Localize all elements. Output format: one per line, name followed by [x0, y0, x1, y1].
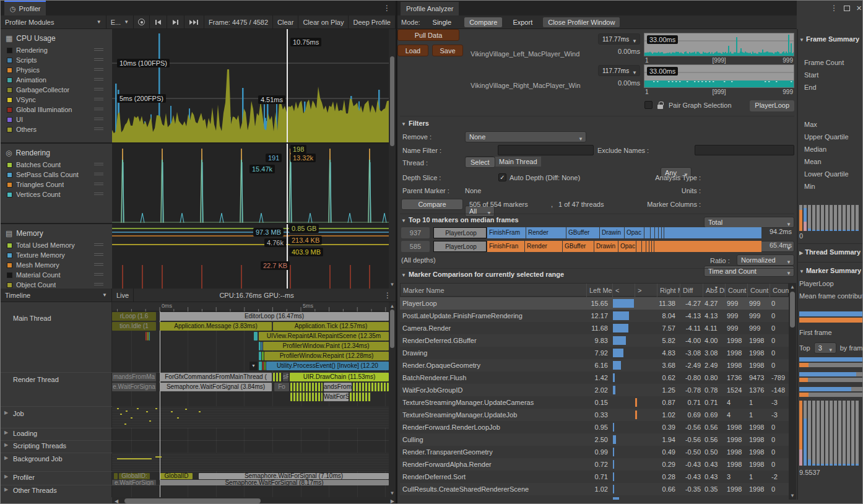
legend-item[interactable]: Total Used Memory [1, 240, 112, 250]
top10-segment[interactable]: FinishFran [487, 241, 524, 252]
thread-label-scripting-threads[interactable]: ▶Scripting Threads [1, 442, 112, 450]
ratio-dropdown[interactable]: Normalized▼ [737, 254, 794, 266]
column-header-3[interactable]: > [635, 284, 657, 297]
table-row[interactable]: RenderDeferred.Sort0.710.28-0.430.4331-2 [400, 471, 789, 483]
timeline-span[interactable]: Fo [274, 383, 289, 391]
top10-segment[interactable]: Render [526, 227, 566, 238]
top10-segment[interactable] [662, 227, 664, 238]
fold-icon[interactable]: ▶ [4, 474, 8, 479]
thread-label-profiler[interactable]: ▶Profiler [1, 474, 112, 481]
deep-profile-button[interactable]: Deep Profile [349, 15, 396, 28]
top10-segment[interactable]: Drawin [600, 227, 624, 238]
frame-time-graph[interactable]: 33.00ms [644, 64, 794, 88]
top10-fold-icon[interactable]: ▼ [401, 218, 406, 224]
top10-bar[interactable]: PlayerLoopFinishFramRenderGBufferDrawinO… [433, 227, 761, 239]
timeline-ruler[interactable]: 0ms5ms [112, 302, 389, 311]
table-row[interactable]: RenderForward.RenderLoopJob0.950.39-0.56… [400, 421, 789, 433]
drag-handle-icon[interactable] [94, 58, 103, 62]
timeline-span[interactable] [290, 393, 323, 401]
drag-handle-icon[interactable] [94, 78, 103, 82]
drag-handle-icon[interactable] [94, 263, 103, 267]
drag-handle-icon[interactable] [94, 173, 103, 176]
top10-segment[interactable] [646, 241, 649, 252]
thread-select-button[interactable]: Select [465, 157, 495, 168]
clear-button[interactable]: Clear [273, 15, 298, 28]
top10-segment[interactable]: Opac [618, 241, 636, 252]
table-row[interactable]: Culling2.501.94-0.560.56199819980 [400, 433, 789, 446]
drag-handle-icon[interactable] [94, 273, 103, 277]
module-rendering[interactable]: ◎RenderingBatches CountSetPass Calls Cou… [1, 144, 112, 223]
legend-item[interactable]: Animation [1, 75, 112, 85]
close-icon[interactable]: × [856, 5, 862, 11]
drag-handle-icon[interactable] [94, 163, 103, 167]
top10-segment[interactable]: Drawin [594, 241, 618, 252]
rendering-chart[interactable]: 19819113.32k15.47k [112, 144, 389, 223]
column-header-2[interactable]: < [612, 284, 635, 297]
close-profiler-window-button[interactable]: Close Profiler Window [542, 17, 620, 28]
thread-label-render-thread[interactable]: Render Thread [1, 376, 112, 383]
filters-fold-icon[interactable]: ▼ [401, 121, 406, 127]
drag-handle-icon[interactable] [94, 108, 103, 111]
timeline-span[interactable]: Application.Message (3.83ms) [160, 322, 272, 331]
timeline-span[interactable] [259, 362, 262, 370]
top-count-dropdown[interactable]: 3▼ [814, 342, 836, 354]
module-cpu-usage[interactable]: ▦CPU UsageRenderingScriptsPhysicsAnimati… [1, 29, 112, 142]
legend-item[interactable]: Rendering [1, 45, 112, 55]
thread-label-job[interactable]: ▶Job [1, 410, 112, 417]
timeline-span[interactable] [261, 342, 262, 350]
top10-segment[interactable] [651, 227, 654, 238]
timeline-span[interactable] [290, 383, 323, 391]
name-filter-input[interactable] [498, 145, 594, 155]
clear-on-play-button[interactable]: Clear on Play [298, 15, 349, 28]
timeline-span[interactable]: UIView.RepaintAll.RepaintScene (12.35m [259, 332, 389, 341]
table-row[interactable]: CullResults.CreateSharedRendererScene1.0… [400, 483, 789, 495]
timeline-span[interactable] [145, 332, 147, 341]
top10-segment[interactable]: PlayerLoop [433, 241, 487, 252]
top10-segment[interactable] [659, 227, 661, 238]
timeline-span[interactable] [147, 332, 149, 341]
column-header-6[interactable]: Abs Diff▼ [703, 284, 725, 297]
timeline-span[interactable]: Utility.ProcessEvent() [Invoke] (12.20 [266, 362, 389, 370]
drag-handle-icon[interactable] [94, 68, 103, 72]
timeline-span[interactable]: GlobalID [160, 473, 193, 479]
thread-label-other-threads[interactable]: ▶Other Threads [1, 487, 112, 494]
timeline-span[interactable] [273, 373, 282, 381]
drag-handle-icon[interactable] [94, 88, 103, 92]
frame-summary-fold-icon[interactable]: ▼ [799, 37, 804, 43]
timeline-span[interactable]: Semaphore.WaitForSignal (8.17ms) [160, 480, 389, 485]
column-header-9[interactable]: Count Diff [770, 284, 789, 297]
top10-segment[interactable]: GBuffer [563, 241, 594, 252]
fold-icon[interactable]: ▶ [4, 442, 8, 448]
timeline-span[interactable] [259, 342, 261, 350]
table-row[interactable]: PostLateUpdate.FinishFrameRendering12.17… [400, 310, 789, 322]
table-row[interactable]: PlayerLoop15.6511.38-4.274.279999990 [400, 297, 789, 310]
marker-summary-fold-icon[interactable]: ▼ [799, 269, 804, 274]
timeline-span[interactable]: rLoop (1.6 [112, 312, 156, 321]
timeline-span[interactable]: e.WaitForSigna [112, 383, 156, 391]
timeline-span[interactable] [149, 332, 150, 341]
timeline-span[interactable]: Semaphore.WaitForSignal (3.84ms) [160, 383, 272, 391]
next-frame-button[interactable] [167, 15, 184, 28]
timeline-kebab-icon[interactable]: ⋮ [379, 289, 396, 302]
legend-item[interactable]: SetPass Calls Count [1, 170, 112, 180]
timeline-span[interactable]: Application.Tick (12.57ms) [273, 322, 389, 331]
profiler-kebab-icon[interactable]: ⋮ [383, 4, 391, 12]
top10-segment[interactable] [644, 227, 650, 238]
modules-scrollbar[interactable]: ▼ [389, 29, 396, 289]
timeline-span[interactable] [353, 383, 389, 391]
timeline-span[interactable]: ▼ [249, 362, 258, 370]
range-dropdown[interactable]: 117.77ms▼ [598, 65, 640, 76]
column-header-5[interactable]: Diff [680, 284, 703, 297]
save-button[interactable]: Save [432, 45, 463, 56]
table-vscrollbar[interactable]: ▲ ▼ [789, 283, 796, 500]
top10-segment[interactable] [655, 227, 658, 238]
compare-button[interactable]: Compare [401, 199, 463, 210]
timeline-span[interactable]: EditorLoop (16.47ms) [160, 312, 389, 321]
timeline-view-dropdown[interactable]: Timeline▼ [1, 289, 112, 302]
column-header-7[interactable]: Count Left [725, 284, 747, 297]
legend-item[interactable]: Texture Memory [1, 250, 112, 260]
top10-segment[interactable]: PlayerLoop [433, 227, 487, 238]
record-button[interactable] [134, 15, 150, 28]
timeline-span[interactable] [264, 362, 266, 370]
top10-segment[interactable] [664, 227, 761, 238]
